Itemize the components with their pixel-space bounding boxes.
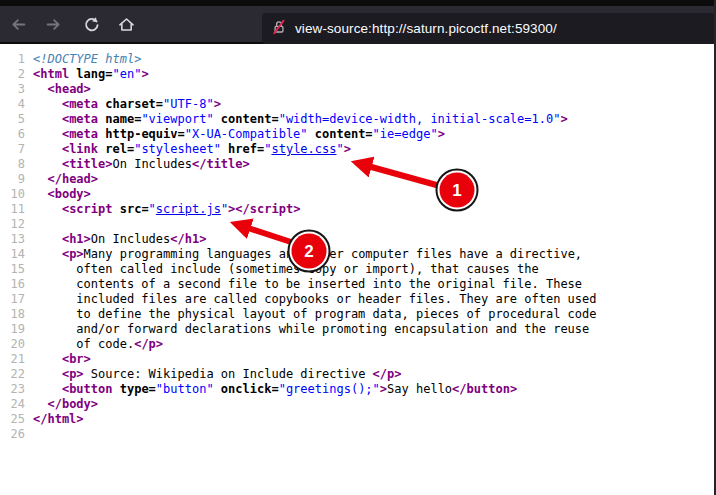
line-number: 13 (0, 232, 33, 247)
source-token: </html> (33, 412, 84, 426)
source-token: <link (62, 142, 98, 156)
line-code: <script src="script.js"></script> (33, 202, 300, 217)
source-token: "stylesheet" (134, 142, 221, 156)
source-token (33, 157, 62, 171)
source-token: src= (112, 202, 148, 216)
line-number: 3 (0, 82, 33, 97)
source-token (33, 82, 47, 96)
source-token: <p> (62, 367, 84, 381)
line-code: <p>Many programming languages and other … (33, 247, 582, 262)
view-source-page: 1<!DOCTYPE html>2<html lang="en">3 <head… (0, 44, 714, 495)
line-number: 12 (0, 217, 33, 232)
source-line: 17 included files are called copybooks o… (0, 292, 714, 307)
source-token: <h1> (62, 232, 91, 246)
line-number: 11 (0, 202, 33, 217)
line-number: 8 (0, 157, 33, 172)
back-button[interactable] (4, 10, 32, 38)
line-code: <html lang="en"> (33, 67, 149, 82)
line-number: 16 (0, 277, 33, 292)
line-number: 9 (0, 172, 33, 187)
source-token (33, 127, 62, 141)
url-text: view-source:http://saturn.picoctf.net:59… (295, 21, 557, 36)
source-token (33, 397, 47, 411)
source-token: to define the physical layout of program… (33, 307, 597, 321)
line-number: 24 (0, 397, 33, 412)
line-code: <meta charset="UTF-8"> (33, 97, 221, 112)
source-token: <body> (47, 187, 90, 201)
source-line: 23 <button type="button" onclick="greeti… (0, 382, 714, 397)
line-code: <body> (33, 187, 91, 202)
source-token: <button (62, 382, 113, 396)
source-token: > (141, 67, 148, 81)
reload-button[interactable] (77, 10, 105, 38)
forward-arrow-icon (45, 16, 62, 33)
source-token: <script (62, 202, 113, 216)
line-number: 10 (0, 187, 33, 202)
source-token: http-equiv= (98, 127, 185, 141)
source-token (33, 112, 62, 126)
source-token (33, 367, 62, 381)
source-token: > (344, 142, 351, 156)
line-number: 4 (0, 97, 33, 112)
source-token: and/or forward declarations while promot… (33, 322, 589, 336)
line-code: <h1>On Includes</h1> (33, 232, 206, 247)
source-line: 21 <br> (0, 352, 714, 367)
source-line: 15 often called include (sometimes copy … (0, 262, 714, 277)
source-token: Say hello (387, 382, 452, 396)
line-number: 19 (0, 322, 33, 337)
source-token: Many programming languages and other com… (84, 247, 583, 261)
source-token: lang= (69, 67, 112, 81)
line-code: </html> (33, 412, 84, 427)
source-token: </p> (373, 367, 402, 381)
line-code: of code.</p> (33, 337, 163, 352)
source-line: 8 <title>On Includes</title> (0, 157, 714, 172)
line-number: 21 (0, 352, 33, 367)
source-token (33, 232, 62, 246)
source-token: > (438, 127, 445, 141)
source-token: <html (33, 67, 69, 81)
source-token: </title> (192, 157, 250, 171)
line-code: <meta name="viewport" content="width=dev… (33, 112, 568, 127)
line-code: <br> (33, 352, 91, 367)
source-token: </p> (134, 337, 163, 351)
home-button[interactable] (112, 10, 140, 38)
source-token: contents of a second file to be inserted… (33, 277, 582, 291)
line-code: <meta http-equiv="X-UA-Compatible" conte… (33, 127, 445, 142)
source-token: " (149, 202, 156, 216)
forward-button[interactable] (39, 10, 67, 38)
source-line: 26 (0, 427, 714, 442)
source-token: </script> (235, 202, 300, 216)
source-token: name= (98, 112, 141, 126)
source-line: 18 to define the physical layout of prog… (0, 307, 714, 322)
source-token: Source: Wikipedia on Include directive (84, 367, 373, 381)
line-number: 15 (0, 262, 33, 277)
source-line: 11 <script src="script.js"></script> (0, 202, 714, 217)
line-number: 17 (0, 292, 33, 307)
source-token: "en" (112, 67, 141, 81)
source-line: 16 contents of a second file to be inser… (0, 277, 714, 292)
stylesheet-link[interactable]: style.css (271, 142, 336, 156)
source-line: 13 <h1>On Includes</h1> (0, 232, 714, 247)
source-token: " (336, 142, 343, 156)
source-token (33, 187, 47, 201)
source-token (33, 382, 62, 396)
source-line: 7 <link rel="stylesheet" href="style.css… (0, 142, 714, 157)
source-token: "X-UA-Compatible" (185, 127, 308, 141)
script-link[interactable]: script.js (156, 202, 221, 216)
source-token: often called include (sometimes copy or … (33, 262, 539, 276)
source-token: content= (308, 127, 373, 141)
source-token: "UTF-8" (163, 97, 214, 111)
source-token: <meta (62, 127, 98, 141)
source-line: 2<html lang="en"> (0, 67, 714, 82)
source-token: href= (221, 142, 264, 156)
source-token: <p> (62, 247, 84, 261)
source-token: On Includes (91, 232, 170, 246)
source-line: 14 <p>Many programming languages and oth… (0, 247, 714, 262)
url-bar[interactable]: view-source:http://saturn.picoctf.net:59… (262, 13, 716, 44)
line-code: <link rel="stylesheet" href="style.css"> (33, 142, 351, 157)
source-token: "greetings();" (279, 382, 380, 396)
source-line: 19 and/or forward declarations while pro… (0, 322, 714, 337)
source-token: <meta (62, 112, 98, 126)
source-line: 24 </body> (0, 397, 714, 412)
source-line: 5 <meta name="viewport" content="width=d… (0, 112, 714, 127)
